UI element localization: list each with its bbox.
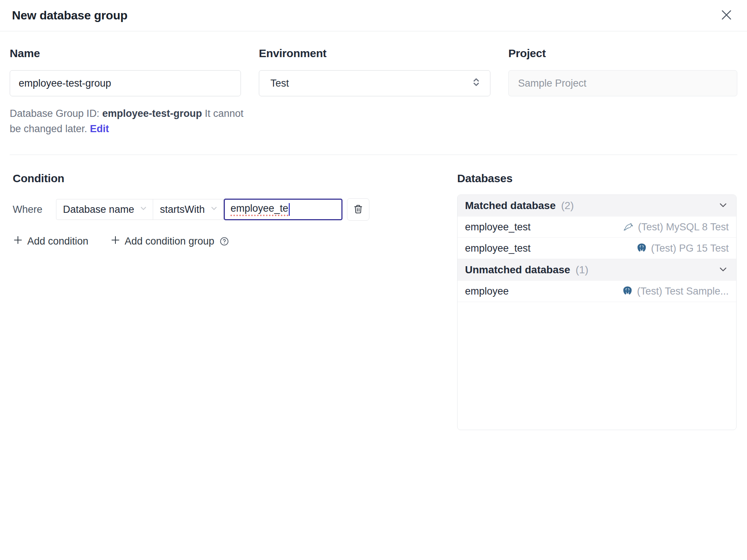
unmatched-database-label: Unmatched database	[465, 264, 570, 276]
postgres-icon	[636, 243, 647, 254]
condition-actions: Add condition Add condition group	[13, 235, 457, 248]
environment-field-group: Environment Test	[259, 47, 490, 137]
unmatched-database-count: (1)	[576, 264, 588, 276]
add-condition-label: Add condition	[27, 236, 89, 247]
name-field-group: Name employee-test-group Database Group …	[10, 47, 241, 137]
mysql-icon	[623, 221, 634, 233]
database-name: employee_test	[465, 243, 531, 254]
database-row[interactable]: employee_test (Test) MySQL 8 Test	[458, 217, 736, 238]
environment-label: Environment	[259, 47, 490, 60]
project-field-group: Project Sample Project	[508, 47, 737, 137]
condition-field-value: Database name	[63, 204, 134, 215]
plus-icon	[13, 235, 23, 248]
delete-condition-button[interactable]	[347, 198, 369, 221]
database-instance: (Test) PG 15 Test	[636, 243, 729, 254]
trash-icon	[353, 204, 363, 215]
condition-section: Condition Where Database name startsWith	[10, 172, 457, 430]
database-name: employee	[465, 286, 509, 297]
postgres-icon	[622, 286, 633, 297]
databases-section: Databases Matched database (2) employee_…	[457, 172, 737, 430]
database-instance-label: (Test) MySQL 8 Test	[638, 221, 729, 233]
help-circle-icon	[219, 236, 229, 246]
database-name: employee_test	[465, 221, 531, 233]
database-row[interactable]: employee (Test) Test Sample...	[458, 281, 736, 302]
condition-value-input[interactable]: employee_te	[224, 199, 342, 220]
group-id-value: employee-test-group	[102, 108, 202, 119]
stepper-chevrons-icon	[471, 77, 482, 90]
chevron-down-icon	[209, 203, 219, 216]
environment-select[interactable]: Test	[259, 70, 490, 96]
chevron-down-icon	[717, 264, 729, 276]
close-icon	[719, 8, 734, 23]
database-instance: (Test) Test Sample...	[622, 286, 729, 297]
matched-database-label: Matched database	[465, 200, 556, 211]
database-instance-label: (Test) Test Sample...	[637, 286, 729, 297]
matched-database-header[interactable]: Matched database (2)	[458, 195, 736, 217]
edit-group-id-link[interactable]: Edit	[90, 123, 109, 134]
condition-field-select[interactable]: Database name	[56, 199, 153, 220]
dialog-header: New database group	[0, 0, 747, 31]
database-instance-label: (Test) PG 15 Test	[651, 243, 729, 254]
add-condition-group-label: Add condition group	[125, 236, 214, 247]
databases-title: Databases	[457, 172, 737, 185]
project-input-value: Sample Project	[518, 78, 586, 89]
add-condition-button[interactable]: Add condition	[13, 235, 89, 248]
condition-operator-select[interactable]: startsWith	[153, 199, 224, 220]
text-caret	[289, 203, 290, 216]
chevron-down-icon	[717, 199, 729, 212]
section-divider	[10, 155, 737, 155]
page-title: New database group	[12, 9, 127, 22]
add-condition-group-button[interactable]: Add condition group	[110, 235, 229, 248]
condition-row: Where Database name startsWith employee_…	[13, 198, 457, 221]
name-label: Name	[10, 47, 241, 60]
plus-icon	[110, 235, 121, 248]
condition-value-text: employee_te	[230, 203, 288, 216]
where-label: Where	[13, 204, 43, 215]
name-input-value: employee-test-group	[19, 78, 111, 89]
database-instance: (Test) MySQL 8 Test	[623, 221, 729, 233]
condition-title: Condition	[13, 172, 457, 185]
name-input[interactable]: employee-test-group	[10, 70, 241, 96]
form-row: Name employee-test-group Database Group …	[10, 47, 737, 137]
databases-panel: Matched database (2) employee_test	[457, 195, 737, 430]
project-input: Sample Project	[508, 70, 737, 96]
matched-database-count: (2)	[561, 200, 574, 211]
database-row[interactable]: employee_test (Test) PG 15 Test	[458, 238, 736, 259]
chevron-down-icon	[139, 203, 148, 216]
unmatched-database-header[interactable]: Unmatched database (1)	[458, 259, 736, 281]
close-button[interactable]	[719, 8, 734, 23]
group-id-note-prefix: Database Group ID:	[10, 108, 102, 119]
condition-operator-value: startsWith	[160, 204, 205, 215]
project-label: Project	[508, 47, 737, 60]
environment-select-value: Test	[270, 78, 289, 89]
group-id-note: Database Group ID: employee-test-group I…	[10, 106, 249, 137]
